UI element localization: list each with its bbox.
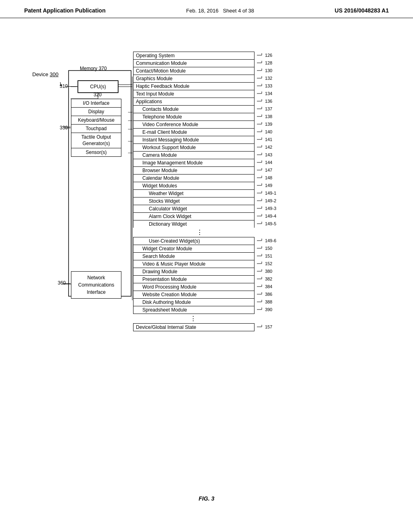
table-row: Graphics Module 132 [133,75,290,83]
table-row: Widget Creator Module 150 [133,245,290,253]
table-row: E-mail Client Module 140 [133,129,290,136]
module-ref: 140 [254,129,290,136]
table-row: Camera Module 143 [133,152,290,159]
module-label: Drawing Module [133,268,254,276]
table-row: Workout Support Module 142 [133,144,290,152]
module-ref: 157 [254,324,290,331]
module-label: Telephone Module [133,113,254,121]
module-ref: 149-6 [254,237,290,245]
table-row: Telephone Module 138 [133,113,290,121]
module-ref: 143 [254,152,290,159]
module-label: Device/Global Internal State [133,324,254,331]
table-row: Search Module 151 [133,253,290,260]
table-row: Instant Messaging Module 141 [133,136,290,144]
module-label: Spreadsheet Module [133,306,254,314]
module-ref: 137 [254,106,290,113]
module-label: Browser Module [133,167,254,175]
module-ref: 390 [254,306,290,314]
module-ref: 142 [254,144,290,152]
table-row: User-Created Widget(s) 149-6 [133,237,290,245]
sensors-row: Sensor(s) — 359 [71,148,121,156]
module-label: Contact/Motion Module [133,67,254,75]
module-ref: 144 [254,159,290,167]
module-label: Dictionary Widget [133,220,254,228]
table-row: Spreadsheet Module 390 [133,306,290,314]
table-row: Image Management Module 144 [133,159,290,167]
module-ref: 138 [254,113,290,121]
table-row: Widget Modules 149 [133,182,290,190]
module-ref: 128 [254,60,290,67]
module-ref: 380 [254,268,290,276]
module-label: Workout Support Module [133,144,254,152]
page-header: Patent Application Publication Feb. 18, … [0,0,413,18]
header-date: Feb. 18, 2016 Sheet 4 of 38 [186,8,254,14]
module-ref: 149-4 [254,213,290,220]
module-ref: 139 [254,121,290,129]
ref-310-dash [66,86,77,87]
table-row: Applications 136 [133,98,290,106]
module-label: Widget Creator Module [133,245,254,253]
module-label: Instant Messaging Module [133,136,254,144]
module-label: Applications [133,98,254,106]
module-label: Text Input Module [133,90,254,98]
module-label: Weather Widget [133,190,254,197]
module-ref: 134 [254,90,290,98]
module-ref: 147 [254,167,290,175]
module-ref [254,314,290,324]
table-row: Device/Global Internal State 157 [133,324,290,331]
module-label: Image Management Module [133,159,254,167]
table-row: Video Conference Module 139 [133,121,290,129]
table-row: Dictionary Widget 149-5 [133,220,290,228]
module-label: Haptic Feedback Module [133,83,254,90]
module-ref: 141 [254,136,290,144]
table-row: Operating System 126 [133,52,290,60]
modules-table: Operating System 126 Communication Modul… [133,52,290,331]
module-ref: 384 [254,283,290,291]
module-label: Alarm Clock Widget [133,213,254,220]
module-ref: 149-1 [254,190,290,197]
table-row: ⋮ [133,228,290,237]
module-ref: 126 [254,52,290,60]
table-row: Drawing Module 380 [133,268,290,276]
ref-320: 320 [94,92,102,98]
module-ref: 136 [254,98,290,106]
table-row: Alarm Clock Widget 149-4 [133,213,290,220]
module-label: Camera Module [133,152,254,159]
module-ref: 148 [254,175,290,182]
module-label: ⋮ [133,314,254,324]
module-label: Word Processing Module [133,283,254,291]
module-ref: 149-5 [254,220,290,228]
table-row: Text Input Module 134 [133,90,290,98]
module-ref: 150 [254,245,290,253]
touchpad-row: Touchpad — 355 [71,125,121,133]
figure-label: FIG. 3 [199,495,215,502]
diagram-area: Device 300 ↘ CPU(s) 310 320 Memory 370 I… [0,18,413,510]
module-ref [254,228,290,237]
io-interface-label: I/O Interface [71,99,121,108]
table-row: Stocks Widget 149-2 [133,197,290,205]
module-ref: 151 [254,253,290,260]
module-ref: 133 [254,83,290,90]
tactile-row: Tactile OutputGenerator(s) — 357 [71,133,121,148]
module-ref: 382 [254,276,290,283]
module-label: Graphics Module [133,75,254,83]
cpu-box: CPU(s) [78,81,118,93]
module-label: Communication Module [133,60,254,67]
module-ref: 388 [254,299,290,306]
module-label: User-Created Widget(s) [133,237,254,245]
table-row: Contact/Motion Module 130 [133,67,290,75]
header-left: Patent Application Publication [24,7,106,14]
keyboard-row: Keyboard/Mouse — 350 [71,116,121,125]
module-label: Stocks Widget [133,197,254,205]
module-ref: 149-2 [254,197,290,205]
module-label: ⋮ [133,228,254,237]
module-label: Calculator Widget [133,205,254,213]
module-label: Disk Authoring Module [133,299,254,306]
modules-panel: Operating System 126 Communication Modul… [133,52,290,331]
module-label: Video & Music Player Module [133,260,254,268]
table-row: Word Processing Module 384 [133,283,290,291]
table-row: Browser Module 147 [133,167,290,175]
ref-360: 360 [58,280,66,286]
module-ref: 152 [254,260,290,268]
table-row: Calendar Module 148 [133,175,290,182]
